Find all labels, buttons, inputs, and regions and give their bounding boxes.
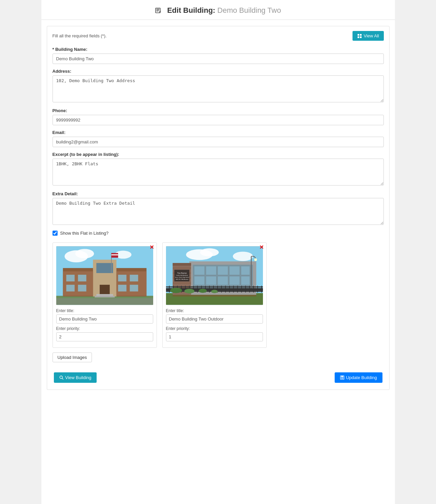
svg-line-100: [62, 378, 63, 380]
svg-rect-1: [358, 34, 359, 36]
building-name-group: * Building Name:: [53, 47, 384, 64]
svg-rect-48: [241, 266, 249, 275]
svg-rect-31: [111, 254, 118, 255]
required-note: Fill all the required fields (*).: [53, 33, 107, 38]
svg-rect-67: [166, 287, 263, 288]
email-label: Email:: [53, 130, 384, 135]
email-input[interactable]: [53, 137, 384, 147]
extra-detail-textarea[interactable]: Demo Building Two Extra Detail: [53, 198, 384, 225]
image-card-1-priority-input[interactable]: [56, 332, 153, 341]
images-section: ✕: [53, 242, 384, 367]
svg-point-7: [75, 249, 94, 259]
svg-rect-44: [194, 266, 204, 275]
svg-rect-47: [229, 266, 239, 275]
image-card-2-close-button[interactable]: ✕: [259, 245, 264, 250]
svg-rect-20: [66, 275, 74, 281]
svg-point-97: [199, 289, 207, 293]
image-card-1-close-button[interactable]: ✕: [149, 245, 154, 250]
search-icon: [59, 375, 64, 380]
form-top-bar: Fill all the required fields (*). View A…: [53, 31, 384, 41]
excerpt-textarea[interactable]: 1BHK, 2BHK Flats: [53, 159, 384, 186]
address-label: Address:: [53, 69, 384, 74]
edit-icon: [155, 6, 165, 14]
show-listing-row: Show this Flat in Listing?: [53, 231, 384, 236]
svg-rect-17: [96, 263, 113, 273]
svg-point-94: [254, 258, 257, 261]
form-container: Fill all the required fields (*). View A…: [47, 26, 390, 390]
svg-rect-35: [56, 298, 153, 305]
view-all-label: View All: [364, 33, 379, 38]
phone-input[interactable]: [53, 115, 384, 125]
address-group: Address: 102, Demo Building Two Address: [53, 69, 384, 103]
excerpt-label: Excerpt (to be appear in listing):: [53, 152, 384, 157]
svg-rect-52: [229, 276, 239, 285]
upload-images-button[interactable]: Upload Images: [53, 352, 92, 362]
svg-rect-55: [172, 263, 191, 266]
svg-point-38: [200, 248, 219, 257]
svg-rect-23: [78, 285, 86, 292]
show-listing-label[interactable]: Show this Flat in Listing?: [60, 231, 109, 236]
svg-rect-24: [118, 275, 126, 281]
svg-rect-3: [358, 36, 359, 38]
svg-rect-53: [241, 276, 249, 285]
save-icon: [340, 375, 344, 380]
svg-rect-49: [194, 276, 204, 285]
table-icon: [357, 34, 362, 38]
image-cards-row: ✕: [53, 242, 384, 348]
svg-rect-102: [341, 376, 343, 377]
svg-rect-50: [206, 276, 216, 285]
image-card-2-image: Theo Bowman Leadership Academy Junior / …: [166, 246, 263, 305]
phone-group: Phone:: [53, 108, 384, 125]
svg-rect-32: [111, 256, 118, 257]
image-card-2-priority-label: Enter priority:: [166, 326, 263, 331]
excerpt-group: Excerpt (to be appear in listing): 1BHK,…: [53, 152, 384, 187]
svg-rect-22: [66, 285, 74, 292]
title-building-name: Demo Building Two: [217, 6, 281, 14]
page-wrapper: Edit Building: Demo Building Two Fill al…: [41, 0, 395, 504]
view-building-button[interactable]: View Building: [54, 372, 97, 383]
svg-point-95: [170, 288, 182, 293]
svg-rect-45: [206, 266, 216, 275]
view-all-button[interactable]: View All: [353, 31, 383, 41]
view-building-label: View Building: [65, 375, 92, 380]
svg-rect-27: [130, 285, 138, 292]
image-card-1: ✕: [53, 242, 157, 348]
image-card-2-priority-input[interactable]: [166, 332, 263, 341]
svg-rect-51: [217, 276, 228, 285]
svg-point-96: [184, 289, 194, 294]
image-card-2-title-label: Enter title:: [166, 308, 263, 313]
show-listing-checkbox[interactable]: [53, 231, 58, 236]
svg-point-39: [233, 251, 253, 261]
svg-text:Junior / Senior High School: Junior / Senior High School: [175, 277, 189, 278]
upload-images-label: Upload Images: [58, 355, 87, 360]
svg-rect-21: [78, 275, 86, 281]
svg-rect-2: [360, 34, 362, 36]
image-card-1-priority-label: Enter priority:: [56, 326, 153, 331]
image-card-1-image: [56, 246, 153, 305]
building-name-input[interactable]: [53, 54, 384, 64]
page-title: Edit Building: Demo Building Two: [48, 6, 388, 15]
phone-label: Phone:: [53, 108, 384, 113]
email-group: Email:: [53, 130, 384, 147]
address-textarea[interactable]: 102, Demo Building Two Address: [53, 75, 384, 102]
building-name-label: * Building Name:: [53, 47, 384, 52]
image-card-1-title-input[interactable]: [56, 314, 153, 324]
image-card-1-title-label: Enter title:: [56, 308, 153, 313]
svg-rect-103: [341, 378, 343, 379]
image-card-2-title-input[interactable]: [166, 314, 263, 324]
form-footer: View Building Update Building: [53, 372, 384, 383]
svg-rect-26: [118, 285, 126, 292]
svg-text:Theo Bowman: Theo Bowman: [177, 272, 187, 274]
svg-rect-34: [96, 294, 113, 296]
svg-rect-33: [95, 296, 115, 298]
title-prefix: Edit Building:: [167, 6, 215, 14]
svg-point-98: [211, 290, 218, 293]
svg-rect-46: [217, 266, 228, 275]
extra-detail-label: Extra Detail:: [53, 191, 384, 196]
svg-text:Leadership Academy: Leadership Academy: [176, 275, 188, 276]
svg-rect-4: [360, 36, 362, 38]
update-building-button[interactable]: Update Building: [335, 372, 382, 383]
svg-text:3401 W. Fifth Avenue: 3401 W. Fifth Avenue: [175, 278, 188, 280]
svg-point-99: [60, 376, 62, 379]
svg-rect-25: [130, 275, 138, 281]
